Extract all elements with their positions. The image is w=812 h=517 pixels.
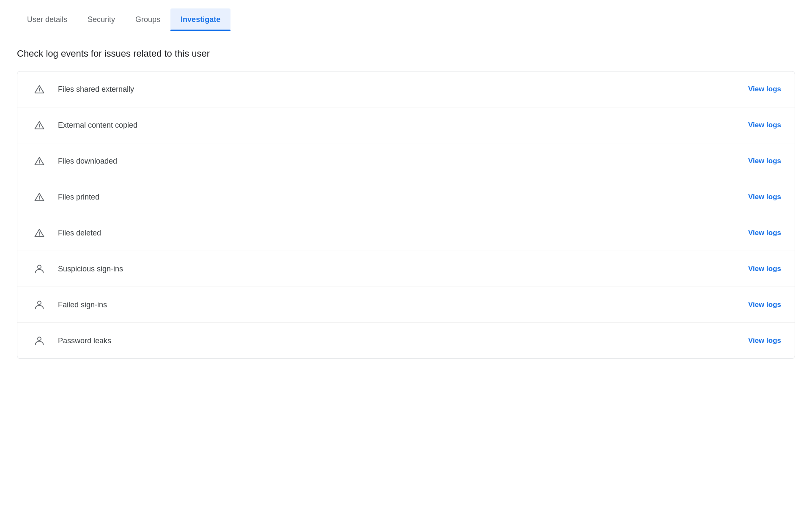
view-logs-failed-sign-ins[interactable]: View logs [748, 301, 781, 309]
log-list: Files shared externallyView logs Externa… [17, 71, 795, 359]
log-label-files-printed: Files printed [58, 193, 748, 202]
svg-point-7 [39, 200, 40, 200]
log-item-failed-sign-ins: Failed sign-insView logs [17, 287, 795, 323]
warning-triangle-icon-files-downloaded [31, 153, 48, 170]
tab-investigate[interactable]: Investigate [170, 8, 230, 31]
view-logs-files-deleted[interactable]: View logs [748, 229, 781, 237]
warning-triangle-icon-files-shared-externally [31, 81, 48, 98]
view-logs-suspicious-sign-ins[interactable]: View logs [748, 265, 781, 273]
svg-point-9 [39, 235, 40, 236]
log-label-files-deleted: Files deleted [58, 229, 748, 238]
page-content: Check log events for issues related to t… [17, 31, 795, 376]
view-logs-files-printed[interactable]: View logs [748, 193, 781, 201]
view-logs-password-leaks[interactable]: View logs [748, 336, 781, 345]
log-label-external-content-copied: External content copied [58, 121, 748, 130]
warning-triangle-icon-external-content-copied [31, 117, 48, 134]
svg-point-10 [38, 265, 41, 268]
tab-groups[interactable]: Groups [125, 8, 170, 31]
warning-triangle-icon-files-deleted [31, 224, 48, 241]
view-logs-files-downloaded[interactable]: View logs [748, 157, 781, 165]
log-label-files-shared-externally: Files shared externally [58, 85, 748, 94]
view-logs-external-content-copied[interactable]: View logs [748, 121, 781, 129]
view-logs-files-shared-externally[interactable]: View logs [748, 85, 781, 93]
svg-point-1 [39, 92, 40, 93]
log-item-password-leaks: Password leaksView logs [17, 323, 795, 358]
person-icon-failed-sign-ins [31, 296, 48, 313]
log-item-files-shared-externally: Files shared externallyView logs [17, 71, 795, 107]
tab-security[interactable]: Security [77, 8, 125, 31]
section-title: Check log events for issues related to t… [17, 48, 795, 59]
log-label-password-leaks: Password leaks [58, 336, 748, 345]
log-item-files-printed: Files printedView logs [17, 179, 795, 215]
log-item-files-downloaded: Files downloadedView logs [17, 143, 795, 179]
person-icon-password-leaks [31, 332, 48, 349]
tab-user-details[interactable]: User details [17, 8, 77, 31]
log-label-files-downloaded: Files downloaded [58, 157, 748, 166]
warning-triangle-icon-files-printed [31, 189, 48, 205]
tabs-bar: User detailsSecurityGroupsInvestigate [17, 8, 795, 31]
svg-point-11 [38, 301, 41, 304]
svg-point-12 [38, 337, 41, 340]
svg-point-5 [39, 164, 40, 164]
log-item-external-content-copied: External content copiedView logs [17, 107, 795, 143]
log-item-suspicious-sign-ins: Suspicious sign-insView logs [17, 251, 795, 287]
person-icon-suspicious-sign-ins [31, 260, 48, 277]
svg-point-3 [39, 128, 40, 129]
log-label-failed-sign-ins: Failed sign-ins [58, 301, 748, 309]
log-label-suspicious-sign-ins: Suspicious sign-ins [58, 265, 748, 274]
log-item-files-deleted: Files deletedView logs [17, 215, 795, 251]
